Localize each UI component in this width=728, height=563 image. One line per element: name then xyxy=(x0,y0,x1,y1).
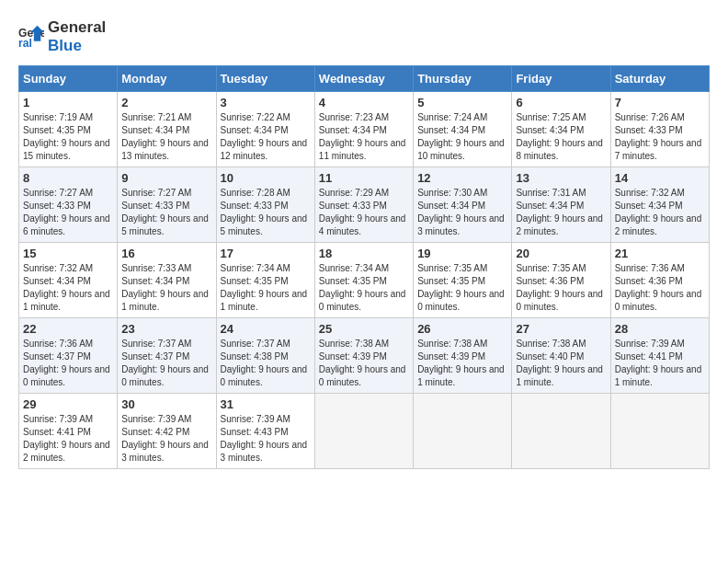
day-info: Sunrise: 7:35 AMSunset: 4:35 PMDaylight:… xyxy=(417,262,507,314)
day-info: Sunrise: 7:21 AMSunset: 4:34 PMDaylight:… xyxy=(121,111,211,163)
day-info: Sunrise: 7:27 AMSunset: 4:33 PMDaylight:… xyxy=(23,187,113,238)
day-info: Sunrise: 7:36 AMSunset: 4:37 PMDaylight:… xyxy=(23,338,113,389)
day-number: 20 xyxy=(516,247,606,260)
calendar-cell: 26Sunrise: 7:38 AMSunset: 4:39 PMDayligh… xyxy=(414,317,512,393)
day-number: 7 xyxy=(615,96,705,109)
day-number: 27 xyxy=(516,322,606,336)
column-header-friday: Friday xyxy=(512,65,610,91)
logo: Gene ral General Blue xyxy=(18,18,106,56)
day-number: 10 xyxy=(221,171,311,185)
day-number: 3 xyxy=(221,96,311,109)
calendar-cell: 14Sunrise: 7:32 AMSunset: 4:34 PMDayligh… xyxy=(610,167,709,242)
day-number: 22 xyxy=(23,322,113,336)
calendar-cell: 18Sunrise: 7:34 AMSunset: 4:35 PMDayligh… xyxy=(314,242,413,317)
calendar-week-row: 15Sunrise: 7:32 AMSunset: 4:34 PMDayligh… xyxy=(19,242,710,317)
calendar-cell xyxy=(314,393,413,468)
day-info: Sunrise: 7:19 AMSunset: 4:35 PMDaylight:… xyxy=(23,111,113,163)
day-number: 16 xyxy=(121,247,211,260)
day-number: 17 xyxy=(221,247,311,260)
calendar-cell: 5Sunrise: 7:24 AMSunset: 4:34 PMDaylight… xyxy=(414,91,512,167)
calendar-cell: 13Sunrise: 7:31 AMSunset: 4:34 PMDayligh… xyxy=(512,167,610,242)
day-number: 28 xyxy=(615,322,705,336)
calendar-week-row: 8Sunrise: 7:27 AMSunset: 4:33 PMDaylight… xyxy=(19,167,710,242)
day-info: Sunrise: 7:31 AMSunset: 4:34 PMDaylight:… xyxy=(516,187,606,238)
calendar-week-row: 22Sunrise: 7:36 AMSunset: 4:37 PMDayligh… xyxy=(19,317,710,393)
day-number: 11 xyxy=(319,171,409,185)
calendar-cell: 9Sunrise: 7:27 AMSunset: 4:33 PMDaylight… xyxy=(118,167,216,242)
logo-icon: Gene ral xyxy=(18,24,44,50)
svg-text:ral: ral xyxy=(18,38,32,51)
day-number: 1 xyxy=(23,96,113,109)
calendar-header-row: SundayMondayTuesdayWednesdayThursdayFrid… xyxy=(19,65,710,91)
day-number: 24 xyxy=(221,322,311,336)
calendar-cell: 20Sunrise: 7:35 AMSunset: 4:36 PMDayligh… xyxy=(512,242,610,317)
calendar-cell: 31Sunrise: 7:39 AMSunset: 4:43 PMDayligh… xyxy=(216,393,314,468)
day-info: Sunrise: 7:25 AMSunset: 4:34 PMDaylight:… xyxy=(516,111,606,163)
day-info: Sunrise: 7:33 AMSunset: 4:34 PMDaylight:… xyxy=(121,262,211,314)
calendar-cell: 22Sunrise: 7:36 AMSunset: 4:37 PMDayligh… xyxy=(19,317,118,393)
calendar-cell: 10Sunrise: 7:28 AMSunset: 4:33 PMDayligh… xyxy=(216,167,314,242)
calendar-cell: 8Sunrise: 7:27 AMSunset: 4:33 PMDaylight… xyxy=(19,167,118,242)
day-number: 31 xyxy=(221,397,311,411)
day-number: 6 xyxy=(516,96,606,109)
day-info: Sunrise: 7:27 AMSunset: 4:33 PMDaylight:… xyxy=(121,187,211,238)
day-info: Sunrise: 7:39 AMSunset: 4:41 PMDaylight:… xyxy=(23,413,113,465)
calendar-cell: 7Sunrise: 7:26 AMSunset: 4:33 PMDaylight… xyxy=(610,91,709,167)
day-number: 14 xyxy=(615,171,705,185)
day-info: Sunrise: 7:39 AMSunset: 4:42 PMDaylight:… xyxy=(121,413,211,465)
day-info: Sunrise: 7:37 AMSunset: 4:38 PMDaylight:… xyxy=(221,338,311,389)
day-info: Sunrise: 7:23 AMSunset: 4:34 PMDaylight:… xyxy=(319,111,409,163)
day-number: 5 xyxy=(417,96,507,109)
day-info: Sunrise: 7:34 AMSunset: 4:35 PMDaylight:… xyxy=(319,262,409,314)
calendar-cell: 1Sunrise: 7:19 AMSunset: 4:35 PMDaylight… xyxy=(19,91,118,167)
calendar-cell xyxy=(414,393,512,468)
calendar-cell: 12Sunrise: 7:30 AMSunset: 4:34 PMDayligh… xyxy=(414,167,512,242)
day-number: 13 xyxy=(516,171,606,185)
column-header-sunday: Sunday xyxy=(19,65,118,91)
day-number: 4 xyxy=(319,96,409,109)
calendar-cell: 21Sunrise: 7:36 AMSunset: 4:36 PMDayligh… xyxy=(610,242,709,317)
calendar-cell: 24Sunrise: 7:37 AMSunset: 4:38 PMDayligh… xyxy=(216,317,314,393)
day-number: 8 xyxy=(23,171,113,185)
calendar-cell: 27Sunrise: 7:38 AMSunset: 4:40 PMDayligh… xyxy=(512,317,610,393)
day-number: 25 xyxy=(319,322,409,336)
calendar-cell: 25Sunrise: 7:38 AMSunset: 4:39 PMDayligh… xyxy=(314,317,413,393)
day-info: Sunrise: 7:39 AMSunset: 4:41 PMDaylight:… xyxy=(615,338,705,389)
calendar-cell: 2Sunrise: 7:21 AMSunset: 4:34 PMDaylight… xyxy=(118,91,216,167)
column-header-tuesday: Tuesday xyxy=(216,65,314,91)
day-info: Sunrise: 7:35 AMSunset: 4:36 PMDaylight:… xyxy=(516,262,606,314)
day-info: Sunrise: 7:30 AMSunset: 4:34 PMDaylight:… xyxy=(417,187,507,238)
calendar-cell: 16Sunrise: 7:33 AMSunset: 4:34 PMDayligh… xyxy=(118,242,216,317)
day-number: 19 xyxy=(417,247,507,260)
column-header-wednesday: Wednesday xyxy=(314,65,413,91)
day-info: Sunrise: 7:34 AMSunset: 4:35 PMDaylight:… xyxy=(221,262,311,314)
calendar-cell: 3Sunrise: 7:22 AMSunset: 4:34 PMDaylight… xyxy=(216,91,314,167)
calendar-cell: 30Sunrise: 7:39 AMSunset: 4:42 PMDayligh… xyxy=(118,393,216,468)
day-number: 18 xyxy=(319,247,409,260)
day-number: 29 xyxy=(23,397,113,411)
day-number: 23 xyxy=(121,322,211,336)
day-info: Sunrise: 7:32 AMSunset: 4:34 PMDaylight:… xyxy=(615,187,705,238)
day-number: 12 xyxy=(417,171,507,185)
logo-line1: General xyxy=(48,18,106,37)
header: Gene ral General Blue xyxy=(18,18,710,56)
calendar-table: SundayMondayTuesdayWednesdayThursdayFrid… xyxy=(18,65,710,469)
day-info: Sunrise: 7:38 AMSunset: 4:39 PMDaylight:… xyxy=(417,338,507,389)
day-info: Sunrise: 7:26 AMSunset: 4:33 PMDaylight:… xyxy=(615,111,705,163)
column-header-saturday: Saturday xyxy=(610,65,709,91)
calendar-cell: 4Sunrise: 7:23 AMSunset: 4:34 PMDaylight… xyxy=(314,91,413,167)
day-number: 2 xyxy=(121,96,211,109)
logo-line2: Blue xyxy=(48,37,106,55)
calendar-cell: 6Sunrise: 7:25 AMSunset: 4:34 PMDaylight… xyxy=(512,91,610,167)
calendar-cell: 15Sunrise: 7:32 AMSunset: 4:34 PMDayligh… xyxy=(19,242,118,317)
day-info: Sunrise: 7:36 AMSunset: 4:36 PMDaylight:… xyxy=(615,262,705,314)
day-info: Sunrise: 7:29 AMSunset: 4:33 PMDaylight:… xyxy=(319,187,409,238)
calendar-cell: 11Sunrise: 7:29 AMSunset: 4:33 PMDayligh… xyxy=(314,167,413,242)
day-info: Sunrise: 7:22 AMSunset: 4:34 PMDaylight:… xyxy=(221,111,311,163)
calendar-cell: 28Sunrise: 7:39 AMSunset: 4:41 PMDayligh… xyxy=(610,317,709,393)
day-info: Sunrise: 7:39 AMSunset: 4:43 PMDaylight:… xyxy=(221,413,311,465)
column-header-monday: Monday xyxy=(118,65,216,91)
calendar-cell: 19Sunrise: 7:35 AMSunset: 4:35 PMDayligh… xyxy=(414,242,512,317)
day-info: Sunrise: 7:32 AMSunset: 4:34 PMDaylight:… xyxy=(23,262,113,314)
day-info: Sunrise: 7:38 AMSunset: 4:39 PMDaylight:… xyxy=(319,338,409,389)
